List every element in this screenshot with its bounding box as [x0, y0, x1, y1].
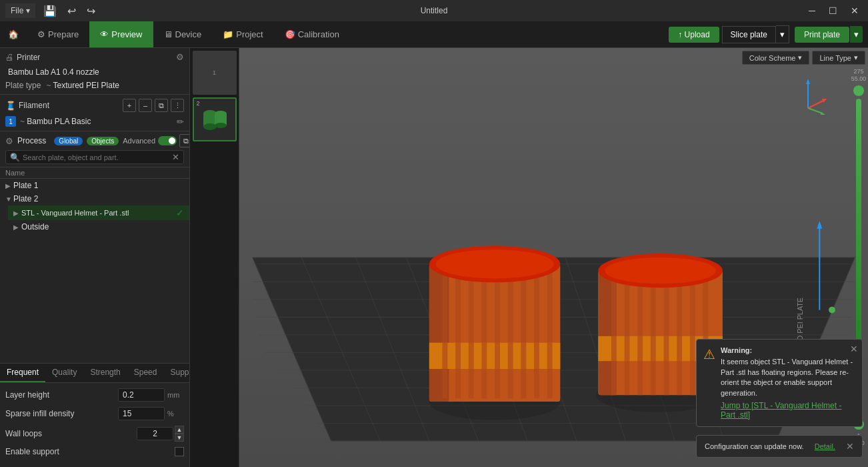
- wall-loops-stepper: ▲ ▼: [137, 426, 184, 442]
- sparse-infill-input[interactable]: [118, 407, 165, 420]
- filament-title: 🧵 Filament: [5, 101, 49, 111]
- tree-item-plate1[interactable]: ▶ Plate 1: [0, 179, 189, 192]
- svg-rect-40: [469, 268, 474, 398]
- enable-support-checkbox[interactable]: [175, 447, 184, 456]
- tree-label-stl: STL - Vanguard Helmet - Part .stl: [21, 209, 176, 217]
- layer-height-input[interactable]: [118, 388, 165, 402]
- calibration-tab[interactable]: 🎯 Calibration: [274, 21, 350, 47]
- search-bar[interactable]: 🔍 ✕: [5, 150, 184, 164]
- filament-add-button[interactable]: +: [123, 99, 136, 112]
- title-bar-left: File ▾ 💾 ↩ ↪: [5, 3, 98, 19]
- close-button[interactable]: ✕: [847, 4, 863, 17]
- plate-row: Plate type ~ Textured PEI Plate: [5, 81, 184, 90]
- filament-number: 1: [5, 116, 16, 127]
- tree-item-stl[interactable]: ▶ STL - Vanguard Helmet - Part .stl ✓: [8, 205, 189, 220]
- save-button[interactable]: 💾: [41, 3, 59, 19]
- tree-name-column: Name: [5, 169, 25, 177]
- filament-more-button[interactable]: ⋮: [171, 99, 184, 112]
- maximize-button[interactable]: ☐: [825, 4, 841, 17]
- svg-rect-56: [651, 274, 656, 396]
- left-panel: 🖨 Printer ⚙ Bambu Lab A1 0.4 nozzle Plat…: [0, 48, 190, 467]
- svg-point-48: [436, 250, 554, 278]
- printer-name: Bambu Lab A1 0.4 nozzle: [5, 66, 184, 78]
- warning-popup: ⚠ Warning: It seems object STL - Vanguar…: [696, 339, 863, 427]
- tree-item-plate2[interactable]: ▼ Plate 2: [0, 192, 189, 205]
- print-button[interactable]: Print plate: [795, 27, 849, 43]
- advanced-row: Advanced ⧉ ⋮: [123, 134, 190, 147]
- objects-tag[interactable]: Objects: [87, 137, 119, 145]
- home-button[interactable]: 🏠: [0, 21, 27, 47]
- tab-strength[interactable]: Strength: [83, 364, 127, 382]
- slice-dropdown-button[interactable]: ▾: [776, 25, 789, 43]
- svg-point-5: [215, 123, 227, 128]
- filament-section-label: Filament: [19, 101, 49, 110]
- tree-label-outside: Outside: [21, 222, 184, 231]
- search-input[interactable]: [23, 153, 172, 161]
- svg-rect-59: [690, 274, 695, 396]
- print-btn-group: Print plate ▾: [795, 26, 863, 43]
- project-tab[interactable]: 📁 Project: [212, 21, 273, 47]
- filament-row: 1 ~ Bambu PLA Basic ✏: [5, 116, 184, 127]
- undo-button[interactable]: ↩: [65, 3, 79, 19]
- upload-button[interactable]: ↑ Upload: [669, 27, 719, 43]
- wall-loops-input[interactable]: [137, 427, 173, 440]
- stepper-down-button[interactable]: ▼: [175, 434, 184, 442]
- calibration-icon: 🎯: [285, 29, 295, 39]
- tree-item-outside[interactable]: ▶ Outside: [8, 220, 189, 234]
- window-controls: ─ ☐ ✕: [805, 4, 863, 17]
- global-tag[interactable]: Global: [54, 137, 83, 145]
- viewport: Color Scheme ▾ Line Type ▾ 275 55.00: [239, 48, 868, 467]
- filament-name: ~ Bambu PLA Basic: [20, 117, 173, 126]
- advanced-toggle[interactable]: [158, 136, 177, 145]
- filament-copy-button[interactable]: ⧉: [155, 99, 168, 112]
- search-clear-button[interactable]: ✕: [172, 152, 179, 162]
- filament-section: 🧵 Filament + – ⧉ ⋮ 1 ~ Bambu PLA Basic ✏: [0, 95, 189, 131]
- thumbnail-1[interactable]: 1: [193, 51, 237, 95]
- printer-settings-button[interactable]: ⚙: [176, 52, 184, 62]
- filament-remove-button[interactable]: –: [139, 99, 152, 112]
- config-bar: Configuration can update now. Detail. ✕: [696, 435, 863, 458]
- device-tab[interactable]: 🖥 Device: [153, 21, 213, 47]
- tab-support[interactable]: Support: [163, 364, 190, 382]
- sparse-infill-row: Sparse infill density %: [5, 407, 184, 420]
- warning-close-button[interactable]: ✕: [850, 344, 858, 354]
- tree-check-stl: ✓: [176, 207, 184, 218]
- process-copy-button[interactable]: ⧉: [179, 134, 190, 147]
- file-menu-button[interactable]: File ▾: [5, 3, 35, 18]
- layer-height-row: Layer height mm: [5, 388, 184, 402]
- prepare-tab[interactable]: ⚙ Prepare: [27, 21, 89, 47]
- scene-point: [829, 307, 835, 314]
- tab-quality[interactable]: Quality: [45, 364, 83, 382]
- svg-rect-38: [443, 268, 448, 398]
- process-section-label: Process: [17, 136, 46, 145]
- slice-button[interactable]: Slice plate: [722, 26, 776, 43]
- warning-icon: ⚠: [703, 346, 715, 420]
- process-section: ⚙ Process Global Objects Advanced ⧉ ⋮ 🔍 …: [0, 131, 189, 167]
- svg-rect-57: [664, 274, 669, 396]
- config-close-button[interactable]: ✕: [846, 441, 854, 452]
- warning-link[interactable]: Jump to [STL - Vanguard Helmet - Part .s…: [721, 401, 855, 420]
- thumbnail-2[interactable]: 2: [193, 97, 237, 141]
- warning-title: Warning:: [721, 346, 855, 354]
- project-icon: 📁: [223, 29, 233, 39]
- tab-speed[interactable]: Speed: [127, 364, 164, 382]
- layer-height-unit: mm: [167, 391, 184, 399]
- svg-rect-45: [534, 268, 539, 398]
- print-dropdown-button[interactable]: ▾: [849, 26, 863, 43]
- sparse-infill-unit: %: [167, 410, 184, 418]
- redo-button[interactable]: ↪: [84, 3, 98, 19]
- stepper-up-button[interactable]: ▲: [175, 426, 184, 434]
- sparse-infill-label: Sparse infill density: [5, 409, 118, 418]
- settings-panel: Layer height mm Sparse infill density % …: [0, 383, 189, 467]
- preview-tab[interactable]: 👁 Preview: [89, 21, 153, 47]
- tab-frequent[interactable]: Frequent: [0, 364, 45, 382]
- wall-loops-label: Wall loops: [5, 429, 137, 438]
- svg-rect-55: [637, 274, 643, 396]
- filament-edit-button[interactable]: ✏: [177, 117, 184, 127]
- config-detail-link[interactable]: Detail.: [815, 442, 835, 450]
- svg-rect-54: [625, 274, 630, 396]
- main-content: 🖨 Printer ⚙ Bambu Lab A1 0.4 nozzle Plat…: [0, 48, 868, 467]
- svg-rect-41: [481, 268, 487, 398]
- object-tree: Name ▶ Plate 1 ▼ Plate 2 ▶ STL - Vanguar…: [0, 167, 189, 364]
- minimize-button[interactable]: ─: [805, 4, 819, 17]
